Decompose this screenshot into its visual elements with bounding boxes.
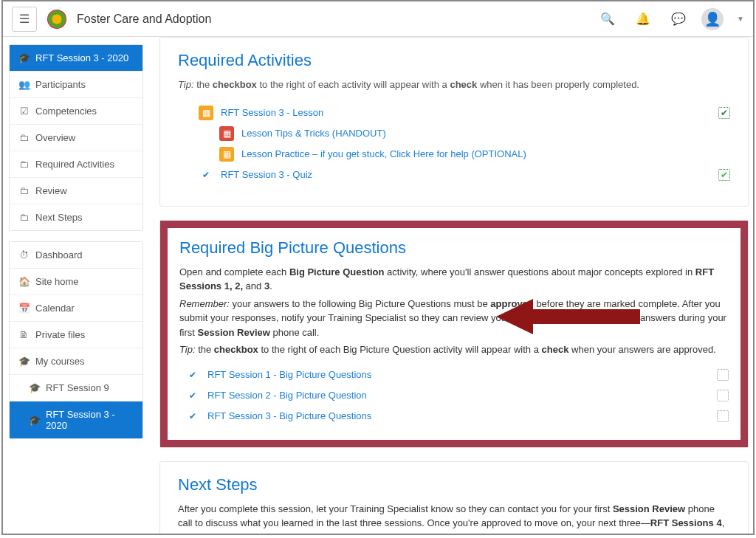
- page-title: Foster Care and Adoption: [77, 13, 211, 26]
- nav-icon: 🎓: [29, 415, 40, 426]
- sidebar-item[interactable]: ☑Competencies: [10, 97, 142, 124]
- sidebar-item[interactable]: 🗎Private files: [10, 321, 142, 348]
- activity-link[interactable]: RFT Session 3 - Quiz: [221, 169, 312, 180]
- nav-label: RFT Session 9: [46, 382, 109, 393]
- nav-label: Dashboard: [35, 249, 83, 261]
- big-picture-intro: Open and complete each Big Picture Quest…: [179, 265, 729, 294]
- nav-icon: 🎓: [18, 356, 30, 367]
- sidebar-item[interactable]: 📅Calendar: [10, 294, 142, 321]
- notifications-icon[interactable]: 🔔: [630, 7, 656, 32]
- activity-row: ✔RFT Session 3 - Quiz✔: [193, 165, 730, 185]
- sidebar-item[interactable]: 🗀Review: [10, 177, 142, 204]
- activity-row: ▦Lesson Tips & Tricks (HANDOUT): [213, 123, 730, 144]
- activity-link[interactable]: Lesson Practice – if you get stuck, Clic…: [241, 148, 526, 159]
- search-icon[interactable]: 🔍: [595, 7, 620, 32]
- big-picture-row: ✔RFT Session 3 - Big Picture Questions✔: [179, 406, 729, 427]
- nav-icon: 🎓: [29, 382, 40, 393]
- topbar: ☰ Foster Care and Adoption 🔍 🔔 💬 👤 ▼: [3, 1, 753, 37]
- messages-icon[interactable]: 💬: [666, 7, 691, 32]
- activity-row: ▦RFT Session 3 - Lesson✔: [193, 103, 730, 123]
- big-picture-row: ✔RFT Session 2 - Big Picture Question✔: [179, 385, 729, 406]
- nav-label: RFT Session 3 - 2020: [35, 52, 128, 63]
- avatar[interactable]: 👤: [701, 8, 724, 30]
- sidebar-item[interactable]: 🏠Site home: [10, 268, 142, 294]
- hamburger-button[interactable]: ☰: [12, 7, 37, 32]
- nav-icon: 📅: [18, 303, 30, 314]
- quiz-icon: ✔: [185, 368, 200, 382]
- nav-label: Site home: [35, 276, 79, 287]
- nav-label: Competencies: [35, 106, 97, 117]
- nav-label: Review: [35, 185, 67, 196]
- nav-label: Participants: [35, 79, 86, 90]
- big-picture-section: Required Big Picture Questions Open and …: [159, 220, 749, 448]
- activity-link[interactable]: RFT Session 3 - Lesson: [221, 107, 323, 118]
- nav-label: Required Activities: [35, 159, 114, 170]
- sidebar-item[interactable]: 🎓RFT Session 3 - 2020: [10, 45, 142, 71]
- nav-icon: 👥: [18, 79, 30, 90]
- sidebar-item[interactable]: 🎓RFT Session 3 - 2020: [10, 401, 142, 438]
- big-picture-row: ✔RFT Session 1 - Big Picture Questions✔: [179, 365, 729, 385]
- nav-label: Private files: [35, 329, 85, 340]
- sidebar-item[interactable]: 🗀Required Activities: [10, 151, 142, 177]
- nav-icon: 🏠: [18, 276, 30, 287]
- next-steps-body: After you complete this session, let you…: [178, 502, 730, 534]
- brand-logo: [47, 10, 66, 29]
- big-picture-link[interactable]: RFT Session 2 - Big Picture Question: [207, 390, 367, 401]
- activity-icon: ✔: [199, 168, 213, 182]
- activity-row: ▦Lesson Practice – if you get stuck, Cli…: [213, 144, 730, 165]
- section-title: Required Big Picture Questions: [179, 238, 729, 258]
- nav-label: Overview: [35, 132, 75, 143]
- section-title: Next Steps: [178, 475, 730, 494]
- required-activities-section: Required Activities Tip: the checkbox to…: [159, 37, 749, 207]
- nav-icon: 🗀: [18, 132, 30, 143]
- main-content: Required Activities Tip: the checkbox to…: [149, 37, 753, 534]
- tip-label: Tip:: [178, 79, 194, 90]
- activity-icon: ▦: [199, 106, 213, 120]
- nav-icon: 🎓: [18, 52, 30, 63]
- nav-icon: 🗀: [18, 159, 30, 170]
- nav-icon: ☑: [18, 106, 30, 117]
- nav-label: Calendar: [35, 303, 75, 314]
- next-steps-section: Next Steps After you complete this sessi…: [159, 461, 749, 534]
- completion-checkbox: ✔: [718, 107, 730, 119]
- sidebar-item[interactable]: 🎓RFT Session 9: [10, 374, 142, 401]
- section-title: Required Activities: [178, 51, 730, 70]
- completion-checkbox: ✔: [718, 169, 730, 181]
- activity-icon: ▦: [219, 147, 234, 162]
- sidebar-item[interactable]: 👥Participants: [10, 71, 142, 97]
- section-tip: Tip: the checkbox to the right of each a…: [178, 77, 730, 92]
- sidebar-item[interactable]: ⏱Dashboard: [10, 242, 142, 268]
- nav-icon: 🗀: [18, 212, 30, 223]
- nav-label: Next Steps: [35, 212, 83, 223]
- big-picture-tip: Tip: the checkbox to the right of each B…: [179, 342, 729, 357]
- sidebar-item[interactable]: 🗀Next Steps: [10, 204, 142, 230]
- nav-icon: ⏱: [18, 249, 30, 261]
- big-picture-link[interactable]: RFT Session 1 - Big Picture Questions: [207, 369, 371, 380]
- nav-icon: 🗎: [18, 329, 30, 340]
- sidebar: 🎓RFT Session 3 - 2020👥Participants☑Compe…: [3, 37, 149, 534]
- activity-link[interactable]: Lesson Tips & Tricks (HANDOUT): [241, 128, 386, 139]
- nav-icon: 🗀: [18, 185, 30, 196]
- nav-label: My courses: [35, 356, 84, 367]
- completion-checkbox: ✔: [717, 410, 729, 422]
- completion-checkbox: ✔: [717, 369, 729, 381]
- sidebar-item[interactable]: 🎓My courses: [10, 348, 142, 374]
- quiz-icon: ✔: [185, 388, 200, 403]
- sidebar-item[interactable]: 🗀Overview: [10, 124, 142, 151]
- completion-checkbox: ✔: [717, 390, 729, 401]
- activity-icon: ▦: [219, 126, 234, 141]
- quiz-icon: ✔: [185, 409, 200, 424]
- big-picture-link[interactable]: RFT Session 3 - Big Picture Questions: [207, 410, 371, 421]
- big-picture-remember: Remember: your answers to the following …: [179, 297, 729, 340]
- nav-label: RFT Session 3 - 2020: [46, 409, 134, 431]
- user-menu-caret[interactable]: ▼: [737, 15, 744, 23]
